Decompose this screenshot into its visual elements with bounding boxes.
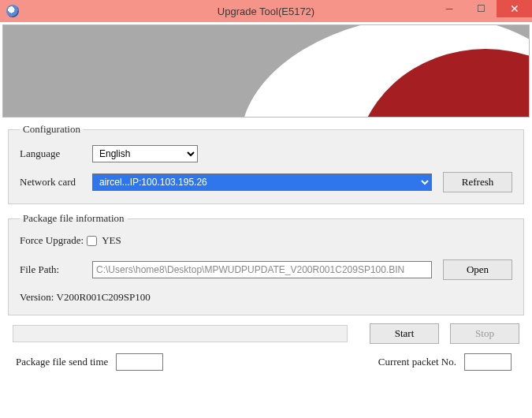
maximize-button[interactable]: ☐ (465, 0, 497, 17)
package-info-legend: Package file information (20, 212, 128, 225)
file-path-label: File Path: (20, 263, 92, 276)
configuration-legend: Configuration (20, 123, 84, 136)
force-upgrade-label: Force Upgrade: (20, 234, 84, 247)
stop-button[interactable]: Stop (450, 323, 519, 344)
close-button[interactable]: ✕ (497, 0, 532, 17)
window-buttons: ─ ☐ ✕ (433, 0, 532, 17)
package-info-group: Package file information Force Upgrade: … (8, 212, 524, 315)
content-area: Configuration Language English Network c… (0, 120, 532, 379)
send-time-value (116, 353, 163, 371)
packet-no-value (464, 353, 512, 371)
start-button[interactable]: Start (370, 323, 439, 344)
configuration-group: Configuration Language English Network c… (8, 123, 524, 204)
packet-no-label: Current packet No. (378, 356, 456, 368)
open-button[interactable]: Open (443, 259, 512, 280)
progress-bar (13, 325, 348, 342)
app-icon (6, 5, 19, 17)
refresh-button[interactable]: Refresh (443, 172, 512, 192)
language-select[interactable]: English (92, 145, 198, 162)
network-card-select[interactable]: aircel...IP:100.103.195.26 (92, 174, 432, 191)
network-card-label: Network card (20, 176, 92, 188)
force-upgrade-yes: YES (102, 234, 121, 247)
language-label: Language (20, 147, 92, 160)
version-label: Version: (20, 291, 54, 304)
minimize-button[interactable]: ─ (433, 0, 465, 17)
footer-row: Package file send time Current packet No… (8, 344, 524, 371)
version-value: V200R001C209SP100 (57, 291, 151, 304)
file-path-input[interactable] (92, 261, 432, 278)
title-bar: Upgrade Tool(E5172) ─ ☐ ✕ (0, 0, 532, 22)
send-time-label: Package file send time (16, 356, 108, 368)
force-upgrade-checkbox[interactable] (87, 236, 97, 246)
progress-row: Start Stop (8, 323, 524, 344)
banner (2, 24, 530, 118)
